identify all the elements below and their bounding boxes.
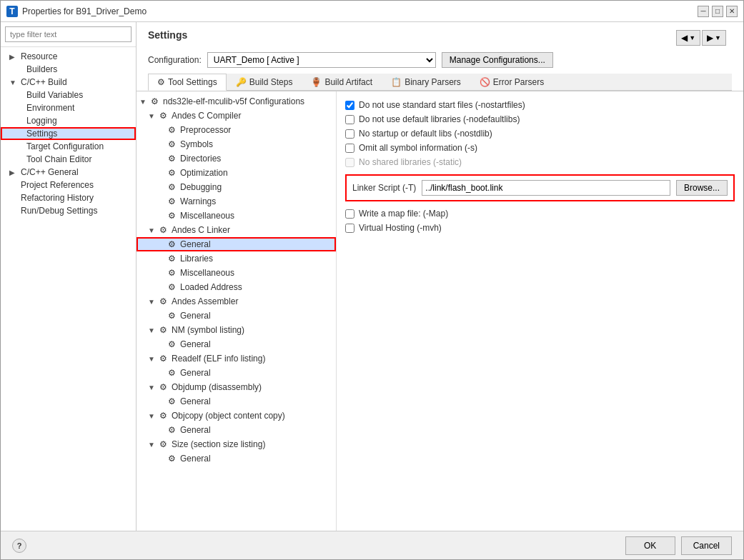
tool-tree-item-preprocessor[interactable]: ⚙ Preprocessor xyxy=(137,123,336,137)
checkbox-virtual-hosting-input[interactable] xyxy=(345,224,354,233)
tool-tree-item-andes-compiler[interactable]: ▼ ⚙ Andes C Compiler xyxy=(137,109,336,123)
checkbox-nostdlib: No startup or default libs (-nostdlib) xyxy=(345,129,735,139)
build-steps-icon: 🔑 xyxy=(236,77,247,87)
expand-icon: ▼ xyxy=(148,112,157,120)
tool-tree-item-andes-assembler[interactable]: ▼ ⚙ Andes Assembler xyxy=(137,294,336,309)
expand-icon: ▼ xyxy=(148,384,157,391)
ok-button[interactable]: OK xyxy=(625,536,675,555)
expand-icon: ▼ xyxy=(148,355,157,363)
bottom-left: ? xyxy=(12,539,26,553)
tool-tree-item-objcopy[interactable]: ▼ ⚙ Objcopy (object content copy) xyxy=(137,409,336,423)
tool-tree-item-warnings[interactable]: ⚙ Warnings xyxy=(137,194,336,209)
linker-script-label: Linker Script (-T) xyxy=(352,183,416,193)
tool-tree-item-miscellaneous-compiler[interactable]: ⚙ Miscellaneous xyxy=(137,209,336,223)
expand-icon: ▼ xyxy=(148,441,157,449)
window-title: Properties for B91_Driver_Demo xyxy=(22,6,693,16)
tool-settings-icon: ⚙ xyxy=(157,77,165,87)
help-button[interactable]: ? xyxy=(12,539,26,553)
app-icon: T xyxy=(6,6,18,17)
checkbox-nodefaultlibs: Do not use default libraries (-nodefault… xyxy=(345,114,735,124)
settings-title: Settings xyxy=(148,29,187,41)
tab-binary-parsers[interactable]: 📋 Binary Parsers xyxy=(382,74,470,90)
close-button[interactable]: ✕ xyxy=(726,6,738,17)
checkbox-nostartfiles-input[interactable] xyxy=(345,101,354,110)
back-button[interactable]: ◀ ▼ xyxy=(676,30,700,46)
expand-icon: ▼ xyxy=(9,79,18,86)
left-panel: ▶ Resource Builders ▼ C/C++ Build Build … xyxy=(1,22,137,531)
nav-item-toolchain-editor[interactable]: Tool Chain Editor xyxy=(1,153,136,166)
title-bar-controls: ─ □ ✕ xyxy=(698,6,738,17)
nav-item-cpp-general[interactable]: ▶ C/C++ General xyxy=(1,166,136,179)
config-select[interactable]: UART_Demo [ Active ] xyxy=(207,52,436,68)
nav-item-environment[interactable]: Environment xyxy=(1,101,136,114)
nav-item-run-debug[interactable]: Run/Debug Settings xyxy=(1,204,136,217)
checkbox-static: No shared libraries (-static) xyxy=(345,157,735,167)
expand-icon: ▶ xyxy=(9,169,18,176)
tab-tool-settings[interactable]: ⚙ Tool Settings xyxy=(148,74,227,91)
cancel-button[interactable]: Cancel xyxy=(681,536,732,555)
expand-icon: ▼ xyxy=(139,98,148,106)
checkbox-nostdlib-input[interactable] xyxy=(345,129,354,139)
tool-tree-item-debugging[interactable]: ⚙ Debugging xyxy=(137,180,336,194)
tool-tree-item-libraries[interactable]: ⚙ Libraries xyxy=(137,251,336,266)
tool-tree-item-andes-linker[interactable]: ▼ ⚙ Andes C Linker xyxy=(137,223,336,237)
tool-tree-item-general-readelf[interactable]: ⚙ General xyxy=(137,366,336,380)
expand-icon: ▼ xyxy=(148,326,157,334)
tab-error-parsers[interactable]: 🚫 Error Parsers xyxy=(470,74,553,90)
manage-configurations-button[interactable]: Manage Configurations... xyxy=(442,52,553,68)
filter-input[interactable] xyxy=(5,26,132,42)
tool-tree-item-general-linker[interactable]: ⚙ General xyxy=(137,237,336,251)
nav-item-target-config[interactable]: Target Configuration xyxy=(1,140,136,153)
nav-item-build-variables[interactable]: Build Variables xyxy=(1,89,136,101)
tool-tree-item-general-assembler[interactable]: ⚙ General xyxy=(137,309,336,323)
expand-icon: ▶ xyxy=(9,53,18,61)
tool-tree-item-miscellaneous-linker[interactable]: ⚙ Miscellaneous xyxy=(137,266,336,280)
nav-item-project-references[interactable]: Project References xyxy=(1,179,136,191)
checkbox-map-file-input[interactable] xyxy=(345,209,354,219)
settings-header: Settings ◀ ▼ ▶ ▼ Configuration: UART_Dem… xyxy=(137,22,743,91)
settings-right-panel: Do not use standard start files (-nostar… xyxy=(337,91,743,531)
config-label: Configuration: xyxy=(148,55,202,65)
linker-script-input[interactable] xyxy=(422,180,670,196)
nav-item-logging[interactable]: Logging xyxy=(1,114,136,127)
nav-item-settings[interactable]: Settings xyxy=(1,127,136,140)
expand-icon: ▼ xyxy=(148,226,157,234)
checkbox-nodefaultlibs-input[interactable] xyxy=(345,115,354,124)
tool-tree-item-general-objdump[interactable]: ⚙ General xyxy=(137,394,336,409)
tool-tree-item-directories[interactable]: ⚙ Directories xyxy=(137,151,336,166)
nav-item-cpp-build[interactable]: ▼ C/C++ Build xyxy=(1,76,136,89)
bottom-right: OK Cancel xyxy=(625,536,732,555)
tool-tree-item-general-objcopy[interactable]: ⚙ General xyxy=(137,423,336,437)
tool-tree-item-size[interactable]: ▼ ⚙ Size (section size listing) xyxy=(137,437,336,451)
tool-tree-item-general-nm[interactable]: ⚙ General xyxy=(137,337,336,351)
expand-icon: ▼ xyxy=(148,412,157,420)
title-bar: T Properties for B91_Driver_Demo ─ □ ✕ xyxy=(1,1,743,22)
tool-tree-item-nm[interactable]: ▼ ⚙ NM (symbol listing) xyxy=(137,323,336,337)
tool-settings-tree: ▼ ⚙ nds32le-elf-mculib-v5f Configuration… xyxy=(137,91,337,531)
nav-item-resource[interactable]: ▶ Resource xyxy=(1,50,136,63)
tab-build-steps[interactable]: 🔑 Build Steps xyxy=(227,74,302,90)
tool-tree-item-optimization[interactable]: ⚙ Optimization xyxy=(137,166,336,180)
checkbox-strip-symbols-input[interactable] xyxy=(345,144,354,153)
binary-parsers-icon: 📋 xyxy=(391,77,402,87)
tool-tree-item-readelf[interactable]: ▼ ⚙ Readelf (ELF info listing) xyxy=(137,351,336,366)
build-artifact-icon: 🏺 xyxy=(311,77,322,87)
forward-button[interactable]: ▶ ▼ xyxy=(702,30,726,46)
checkbox-nostartfiles: Do not use standard start files (-nostar… xyxy=(345,100,735,110)
minimize-button[interactable]: ─ xyxy=(698,6,709,17)
tabs-bar: ⚙ Tool Settings 🔑 Build Steps 🏺 Build Ar… xyxy=(148,74,732,91)
tool-tree-item-symbols[interactable]: ⚙ Symbols xyxy=(137,137,336,151)
error-parsers-icon: 🚫 xyxy=(480,77,490,87)
tool-tree-item-general-size[interactable]: ⚙ General xyxy=(137,451,336,466)
browse-button[interactable]: Browse... xyxy=(676,180,728,196)
tool-tree-item-loaded-address[interactable]: ⚙ Loaded Address xyxy=(137,280,336,294)
nav-item-refactoring-history[interactable]: Refactoring History xyxy=(1,191,136,204)
checkbox-virtual-hosting: Virtual Hosting (-mvh) xyxy=(345,223,735,233)
right-panel: Settings ◀ ▼ ▶ ▼ Configuration: UART_Dem… xyxy=(137,22,743,531)
nav-arrows: ◀ ▼ ▶ ▼ xyxy=(670,30,732,46)
tool-tree-item-nds32[interactable]: ▼ ⚙ nds32le-elf-mculib-v5f Configuration… xyxy=(137,94,336,109)
nav-item-builders[interactable]: Builders xyxy=(1,63,136,76)
tool-tree-item-objdump[interactable]: ▼ ⚙ Objdump (disassembly) xyxy=(137,380,336,394)
maximize-button[interactable]: □ xyxy=(712,6,723,17)
tab-build-artifact[interactable]: 🏺 Build Artifact xyxy=(302,74,382,90)
